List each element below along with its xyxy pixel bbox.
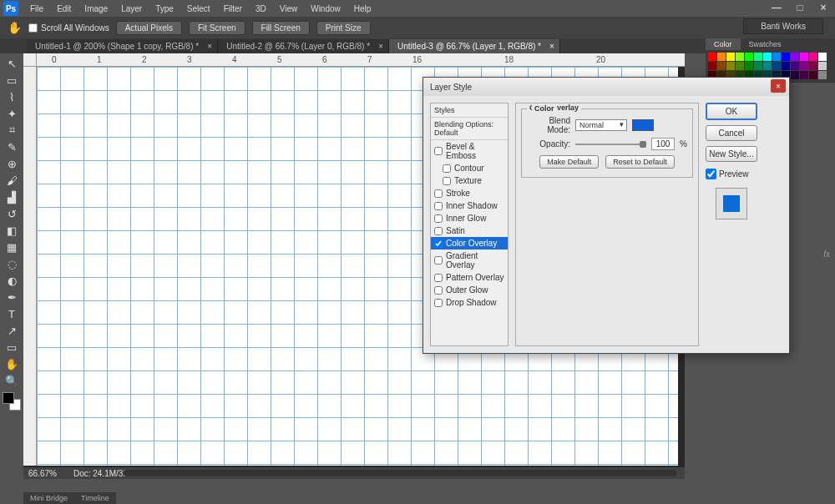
- reset-default-button[interactable]: Reset to Default: [605, 155, 675, 169]
- menu-window[interactable]: Window: [304, 2, 347, 16]
- zoom-level[interactable]: 66.67%: [28, 469, 57, 478]
- swatch[interactable]: [736, 62, 744, 70]
- swatch[interactable]: [818, 53, 827, 61]
- tool-eyedropper[interactable]: ✎: [2, 139, 22, 155]
- swatches-tab[interactable]: Swatches: [741, 38, 790, 50]
- menu-view[interactable]: View: [273, 2, 305, 16]
- style-checkbox[interactable]: [434, 214, 443, 223]
- scroll-all-windows-checkbox[interactable]: Scroll All Windows: [28, 23, 109, 33]
- tool-crop[interactable]: ⌗: [2, 122, 22, 139]
- swatch[interactable]: [726, 53, 735, 61]
- tool-type[interactable]: T: [2, 305, 22, 322]
- swatch[interactable]: [736, 53, 744, 61]
- style-item-bevel-emboss[interactable]: Bevel & Emboss: [431, 140, 508, 162]
- swatch[interactable]: [809, 71, 817, 79]
- tool-move[interactable]: ↖: [2, 55, 22, 72]
- timeline-tab[interactable]: Timeline: [74, 492, 116, 504]
- scroll-all-input[interactable]: [28, 23, 38, 33]
- fit-screen-button[interactable]: Fit Screen: [189, 21, 245, 35]
- tool-gradient[interactable]: ▦: [2, 239, 22, 255]
- menu-filter[interactable]: Filter: [217, 2, 249, 16]
- color-tab[interactable]: Color: [706, 38, 741, 50]
- swatch[interactable]: [772, 53, 781, 61]
- swatch[interactable]: [800, 71, 808, 79]
- style-checkbox[interactable]: [434, 274, 443, 282]
- close-icon[interactable]: ×: [207, 42, 212, 51]
- swatch[interactable]: [800, 53, 808, 61]
- tool-history[interactable]: ↺: [2, 205, 22, 222]
- fx-icon[interactable]: fx: [823, 249, 830, 259]
- tool-hand[interactable]: ✋: [2, 355, 22, 372]
- swatch[interactable]: [745, 62, 753, 70]
- styles-header[interactable]: Styles: [431, 103, 508, 118]
- swatch[interactable]: [782, 62, 790, 70]
- tool-lasso[interactable]: ⌇: [2, 88, 22, 105]
- tool-wand[interactable]: ✦: [2, 105, 22, 122]
- menu-layer[interactable]: Layer: [114, 2, 149, 16]
- preview-input[interactable]: [706, 169, 716, 179]
- horizontal-scrollbar[interactable]: [124, 470, 676, 476]
- tool-shape[interactable]: ▭: [2, 339, 22, 355]
- menu-type[interactable]: Type: [149, 2, 180, 16]
- actual-pixels-button[interactable]: Actual Pixels: [116, 21, 182, 35]
- style-checkbox[interactable]: [434, 286, 443, 295]
- style-checkbox[interactable]: [434, 256, 443, 265]
- preview-checkbox[interactable]: Preview: [706, 169, 757, 179]
- swatch[interactable]: [800, 62, 808, 70]
- style-item-stroke[interactable]: Stroke: [431, 187, 508, 199]
- style-item-contour[interactable]: Contour: [431, 162, 508, 174]
- workspace-picker[interactable]: Banti Works: [743, 18, 823, 34]
- tool-dodge[interactable]: ◐: [2, 272, 22, 289]
- cancel-button[interactable]: Cancel: [706, 125, 757, 141]
- new-style-button[interactable]: New Style...: [706, 146, 757, 162]
- style-checkbox[interactable]: [434, 147, 443, 155]
- maximize-button[interactable]: □: [788, 0, 812, 15]
- swatch[interactable]: [791, 53, 799, 61]
- style-item-outer-glow[interactable]: Outer Glow: [431, 284, 508, 296]
- swatch[interactable]: [763, 53, 772, 61]
- menu-image[interactable]: Image: [78, 2, 114, 16]
- style-checkbox[interactable]: [434, 227, 443, 235]
- style-item-satin[interactable]: Satin: [431, 224, 508, 237]
- swatch[interactable]: [708, 62, 716, 70]
- swatch[interactable]: [708, 53, 716, 61]
- close-icon[interactable]: ×: [378, 42, 383, 51]
- close-icon[interactable]: ×: [549, 42, 554, 51]
- doc-tab-2[interactable]: Untitled-2 @ 66.7% (Layer 0, RGB/8) *×: [218, 39, 389, 53]
- tool-path[interactable]: ↗: [2, 322, 22, 339]
- menu-select[interactable]: Select: [180, 2, 217, 16]
- fill-screen-button[interactable]: Fill Screen: [252, 21, 310, 35]
- tool-marquee[interactable]: ▭: [2, 72, 22, 88]
- menu-help[interactable]: Help: [347, 2, 378, 16]
- style-item-inner-glow[interactable]: Inner Glow: [431, 212, 508, 224]
- doc-tab-3[interactable]: Untitled-3 @ 66.7% (Layer 1, RGB/8) *×: [389, 39, 560, 53]
- swatch[interactable]: [763, 62, 772, 70]
- style-item-texture[interactable]: Texture: [431, 174, 508, 187]
- swatch[interactable]: [754, 53, 762, 61]
- dialog-titlebar[interactable]: Layer Style ×: [423, 78, 789, 96]
- style-checkbox[interactable]: [434, 299, 443, 307]
- swatch[interactable]: [791, 62, 799, 70]
- style-item-drop-shadow[interactable]: Drop Shadow: [431, 296, 508, 309]
- swatch[interactable]: [818, 71, 827, 79]
- style-item-inner-shadow[interactable]: Inner Shadow: [431, 199, 508, 212]
- tool-pen[interactable]: ✒: [2, 289, 22, 305]
- style-checkbox[interactable]: [443, 177, 451, 185]
- fg-bg-colors[interactable]: [3, 392, 21, 411]
- blend-mode-select[interactable]: Normal: [575, 119, 627, 131]
- mini-bridge-tab[interactable]: Mini Bridge: [23, 492, 74, 504]
- swatch[interactable]: [717, 53, 726, 61]
- menu-3d[interactable]: 3D: [249, 2, 273, 16]
- swatch[interactable]: [818, 62, 827, 70]
- style-item-pattern-overlay[interactable]: Pattern Overlay: [431, 271, 508, 284]
- overlay-color-swatch[interactable]: [632, 119, 654, 131]
- minimize-button[interactable]: —: [765, 0, 788, 15]
- swatch[interactable]: [717, 62, 726, 70]
- ok-button[interactable]: OK: [706, 103, 757, 120]
- tool-zoom[interactable]: 🔍: [2, 372, 22, 389]
- swatch[interactable]: [782, 53, 790, 61]
- fg-color[interactable]: [3, 392, 14, 404]
- dialog-close-button[interactable]: ×: [771, 79, 786, 93]
- style-checkbox[interactable]: [434, 189, 443, 198]
- style-checkbox[interactable]: [434, 202, 443, 210]
